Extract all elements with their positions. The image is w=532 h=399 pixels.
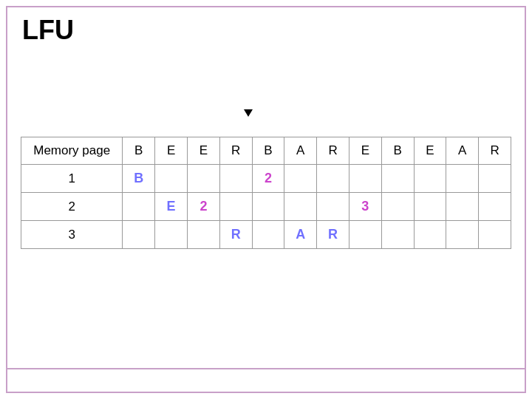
seq-e1: E — [155, 137, 188, 165]
header-label-cell: Memory page — [21, 137, 123, 165]
row2-c5 — [252, 193, 284, 221]
row3-c9 — [381, 221, 414, 249]
row2-c4 — [219, 193, 252, 221]
row1-c1: B — [123, 165, 155, 193]
row3-c12 — [479, 221, 511, 249]
row2-c9 — [381, 193, 414, 221]
row3-c3 — [187, 221, 219, 249]
row1-c12 — [479, 165, 511, 193]
row3-c2 — [155, 221, 188, 249]
table-row-3: 3 R A R — [21, 221, 511, 249]
seq-a1: A — [284, 137, 317, 165]
table-row-1: 1 B 2 — [21, 165, 511, 193]
row2-c7 — [317, 193, 349, 221]
row1-c4 — [219, 165, 252, 193]
row1-c5: 2 — [252, 165, 284, 193]
seq-r1: R — [219, 137, 252, 165]
seq-b1: B — [123, 137, 155, 165]
row2-c6 — [284, 193, 317, 221]
row2-c3: 2 — [187, 193, 219, 221]
page-title: LFU — [22, 15, 74, 46]
row1-c11 — [446, 165, 479, 193]
row1-c6 — [284, 165, 317, 193]
row1-label: 1 — [21, 165, 123, 193]
row1-c9 — [381, 165, 414, 193]
row2-c2: E — [155, 193, 188, 221]
seq-r3: R — [479, 137, 511, 165]
row2-c12 — [479, 193, 511, 221]
row2-c11 — [446, 193, 479, 221]
table-header-row: Memory page B E E R B A R E B E A R — [21, 137, 511, 165]
row1-c3 — [187, 165, 219, 193]
row3-label: 3 — [21, 221, 123, 249]
bottom-border-line — [6, 368, 526, 369]
seq-e3: E — [349, 137, 381, 165]
seq-b2: B — [252, 137, 284, 165]
row3-c11 — [446, 221, 479, 249]
row3-c4: R — [219, 221, 252, 249]
memory-table: Memory page B E E R B A R E B E A R 1 B — [21, 137, 511, 249]
seq-a2: A — [446, 137, 479, 165]
row2-c10 — [414, 193, 446, 221]
row3-c1 — [123, 221, 155, 249]
row3-c10 — [414, 221, 446, 249]
row2-label: 2 — [21, 193, 123, 221]
row2-c8: 3 — [349, 193, 381, 221]
row1-c10 — [414, 165, 446, 193]
row3-c5 — [252, 221, 284, 249]
row3-c8 — [349, 221, 381, 249]
seq-b3: B — [381, 137, 414, 165]
memory-table-container: Memory page B E E R B A R E B E A R 1 B — [21, 137, 511, 249]
seq-e2: E — [187, 137, 219, 165]
row2-c1 — [123, 193, 155, 221]
seq-e4: E — [414, 137, 446, 165]
row3-c6: A — [284, 221, 317, 249]
seq-r2: R — [317, 137, 349, 165]
row1-c2 — [155, 165, 188, 193]
table-row-2: 2 E 2 3 — [21, 193, 511, 221]
row3-c7: R — [317, 221, 349, 249]
row1-c7 — [317, 165, 349, 193]
row1-c8 — [349, 165, 381, 193]
